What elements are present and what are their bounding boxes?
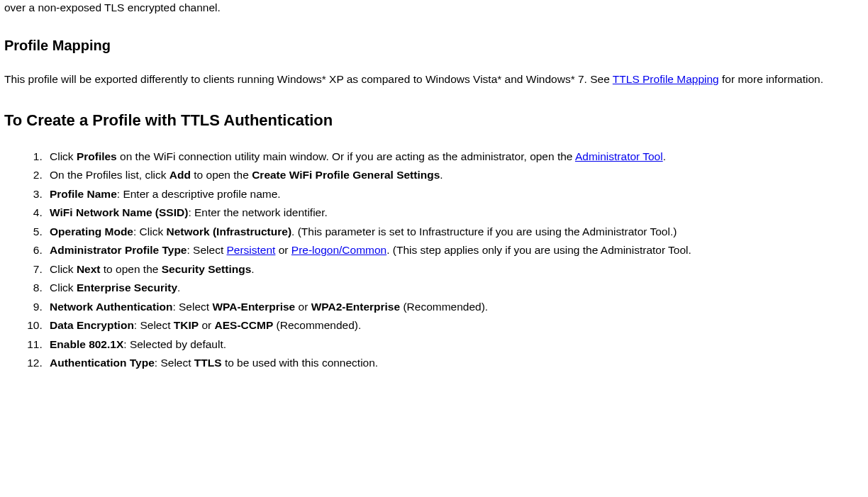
step-bold: Add: [169, 169, 191, 181]
step-text: or: [199, 319, 214, 331]
step-bold: Network Authentication: [50, 301, 172, 313]
list-item: Click Profiles on the WiFi connection ut…: [45, 149, 862, 164]
step-text: Click: [50, 150, 77, 162]
step-bold: Enable 802.1X: [50, 338, 123, 350]
step-text: . (This step applies only if you are usi…: [386, 244, 691, 256]
list-item: Network Authentication: Select WPA-Enter…: [45, 299, 862, 315]
step-text: : Select: [172, 301, 212, 313]
step-text: (Recommended).: [273, 319, 361, 331]
step-text: to be used with this connection.: [222, 357, 379, 369]
step-text: Click: [50, 281, 77, 294]
step-text: or: [275, 244, 291, 256]
step-bold: Profiles: [77, 150, 117, 162]
step-bold: Create WiFi Profile General Settings: [252, 169, 440, 181]
step-text: On the Profiles list, click: [50, 169, 169, 181]
ttls-profile-mapping-link[interactable]: TTLS Profile Mapping: [613, 73, 719, 85]
step-bold: WPA-Enterprise: [212, 301, 295, 313]
step-bold: Data Encryption: [50, 319, 134, 331]
step-bold: WPA2-Enterprise: [311, 301, 400, 313]
step-text: Click: [50, 263, 77, 275]
step-bold: Administrator Profile Type: [50, 244, 187, 256]
step-text: : Enter the network identifier.: [188, 206, 327, 218]
step-text: on the WiFi connection utility main wind…: [117, 150, 575, 162]
step-text: or: [295, 301, 311, 313]
persistent-link[interactable]: Persistent: [227, 244, 276, 256]
list-item: Enable 802.1X: Selected by default.: [45, 337, 862, 352]
step-bold: Security Settings: [162, 263, 252, 275]
step-bold: TTLS: [194, 357, 222, 369]
list-item: Click Enterprise Security.: [45, 280, 862, 296]
step-text: to open the: [191, 169, 252, 181]
step-bold: Enterprise Security: [77, 281, 177, 294]
step-text: : Click: [133, 225, 167, 238]
step-text: : Select: [187, 244, 227, 256]
step-text: : Select: [155, 357, 194, 369]
step-text: (Recommended).: [400, 301, 488, 313]
list-item: On the Profiles list, click Add to open …: [45, 167, 862, 183]
list-item: Click Next to open the Security Settings…: [45, 262, 862, 277]
step-bold: TKIP: [174, 319, 199, 331]
list-item: Operating Mode: Click Network (Infrastru…: [45, 224, 862, 240]
step-text: .: [177, 281, 180, 294]
profile-mapping-para: This profile will be exported differentl…: [4, 72, 862, 87]
step-text: .: [663, 150, 666, 162]
step-text: : Enter a descriptive profile name.: [117, 188, 281, 200]
step-bold: Network (Infrastructure): [166, 225, 291, 238]
step-text: : Select: [134, 319, 174, 331]
intro-text: over a non-exposed TLS encrypted channel…: [4, 0, 862, 16]
pm-text-pre: This profile will be exported differentl…: [4, 73, 613, 85]
step-text: .: [440, 169, 443, 181]
step-text: to open the: [101, 263, 162, 275]
step-text: : Selected by default.: [123, 338, 226, 350]
step-bold: Authentication Type: [50, 357, 155, 369]
list-item: Administrator Profile Type: Select Persi…: [45, 242, 862, 258]
step-bold: AES-CCMP: [215, 319, 274, 331]
pm-text-post: for more information.: [719, 73, 823, 85]
list-item: Authentication Type: Select TTLS to be u…: [45, 355, 862, 371]
step-bold: WiFi Network Name (SSID): [50, 206, 188, 218]
step-text: . (This parameter is set to Infrastructu…: [291, 225, 677, 238]
administrator-tool-link[interactable]: Administrator Tool: [575, 150, 663, 162]
profile-mapping-heading: Profile Mapping: [4, 35, 862, 56]
step-text: .: [251, 263, 254, 275]
list-item: WiFi Network Name (SSID): Enter the netw…: [45, 205, 862, 220]
list-item: Data Encryption: Select TKIP or AES-CCMP…: [45, 318, 862, 333]
step-bold: Operating Mode: [50, 225, 133, 238]
step-bold: Profile Name: [50, 188, 117, 200]
steps-list: Click Profiles on the WiFi connection ut…: [4, 149, 862, 372]
list-item: Profile Name: Enter a descriptive profil…: [45, 186, 862, 202]
prelogon-common-link[interactable]: Pre-logon/Common: [291, 244, 386, 256]
create-profile-heading: To Create a Profile with TTLS Authentica…: [4, 109, 862, 132]
step-bold: Next: [77, 263, 101, 275]
